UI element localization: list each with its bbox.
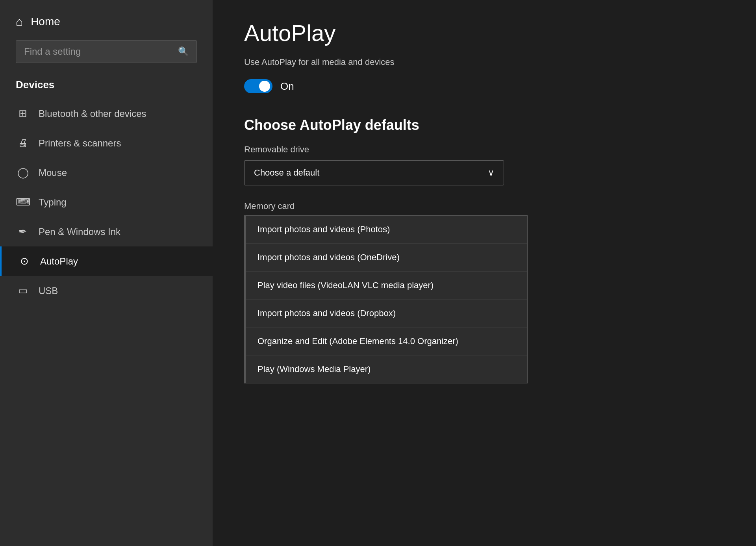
main-content: AutoPlay Use AutoPlay for all media and … xyxy=(213,0,756,546)
typing-icon: ⌨ xyxy=(16,196,30,208)
removable-drive-dropdown[interactable]: Choose a default ∨ xyxy=(244,160,504,185)
mouse-icon: ◯ xyxy=(16,167,30,179)
dropdown-item-2[interactable]: Play video files (VideoLAN VLC media pla… xyxy=(246,272,527,300)
dropdown-item-4[interactable]: Organize and Edit (Adobe Elements 14.0 O… xyxy=(246,328,527,355)
sidebar-item-typing-label: Typing xyxy=(39,197,67,208)
autoplay-icon: ⊙ xyxy=(17,255,32,267)
chevron-down-icon: ∨ xyxy=(488,168,494,178)
devices-section-label: Devices xyxy=(0,75,213,99)
home-icon: ⌂ xyxy=(16,15,23,28)
dropdown-item-1[interactable]: Import photos and videos (OneDrive) xyxy=(246,244,527,272)
dropdown-item-3[interactable]: Import photos and videos (Dropbox) xyxy=(246,300,527,328)
search-box[interactable]: 🔍 xyxy=(16,40,197,63)
home-label: Home xyxy=(31,15,60,28)
sidebar-item-mouse-label: Mouse xyxy=(39,167,67,178)
pen-icon: ✒ xyxy=(16,226,30,238)
choose-defaults-title: Choose AutoPlay defaults xyxy=(244,117,724,133)
sidebar-item-usb[interactable]: ▭ USB xyxy=(0,276,213,305)
usb-icon: ▭ xyxy=(16,285,30,297)
printer-icon: 🖨 xyxy=(16,137,30,149)
sidebar-item-usb-label: USB xyxy=(39,285,58,296)
autoplay-subtitle: Use AutoPlay for all media and devices xyxy=(244,57,724,67)
search-icon: 🔍 xyxy=(178,46,189,57)
sidebar-item-pen[interactable]: ✒ Pen & Windows Ink xyxy=(0,217,213,246)
dropdown-item-0[interactable]: Import photos and videos (Photos) xyxy=(246,216,527,244)
sidebar-item-printers[interactable]: 🖨 Printers & scanners xyxy=(0,128,213,158)
sidebar-item-autoplay[interactable]: ⊙ AutoPlay xyxy=(0,246,213,276)
removable-drive-label: Removable drive xyxy=(244,144,724,155)
sidebar-item-pen-label: Pen & Windows Ink xyxy=(39,226,120,237)
memory-card-dropdown-open: Import photos and videos (Photos) Import… xyxy=(244,215,528,383)
toggle-knob xyxy=(259,81,270,92)
home-nav-item[interactable]: ⌂ Home xyxy=(0,0,213,40)
bluetooth-icon: ⊞ xyxy=(16,107,30,120)
toggle-state-label: On xyxy=(280,80,294,93)
sidebar-item-typing[interactable]: ⌨ Typing xyxy=(0,187,213,217)
autoplay-toggle[interactable] xyxy=(244,79,272,93)
sidebar-item-bluetooth-label: Bluetooth & other devices xyxy=(39,108,146,119)
page-title: AutoPlay xyxy=(244,20,724,46)
dropdown-item-5[interactable]: Play (Windows Media Player) xyxy=(246,355,527,383)
search-input[interactable] xyxy=(24,46,178,57)
sidebar-item-bluetooth[interactable]: ⊞ Bluetooth & other devices xyxy=(0,99,213,128)
removable-drive-value: Choose a default xyxy=(254,168,319,178)
sidebar-item-mouse[interactable]: ◯ Mouse xyxy=(0,158,213,187)
sidebar: ⌂ Home 🔍 Devices ⊞ Bluetooth & other dev… xyxy=(0,0,213,546)
sidebar-item-printers-label: Printers & scanners xyxy=(39,138,121,149)
autoplay-toggle-row: On xyxy=(244,79,724,93)
sidebar-item-autoplay-label: AutoPlay xyxy=(40,256,78,267)
memory-card-label: Memory card xyxy=(244,201,724,211)
